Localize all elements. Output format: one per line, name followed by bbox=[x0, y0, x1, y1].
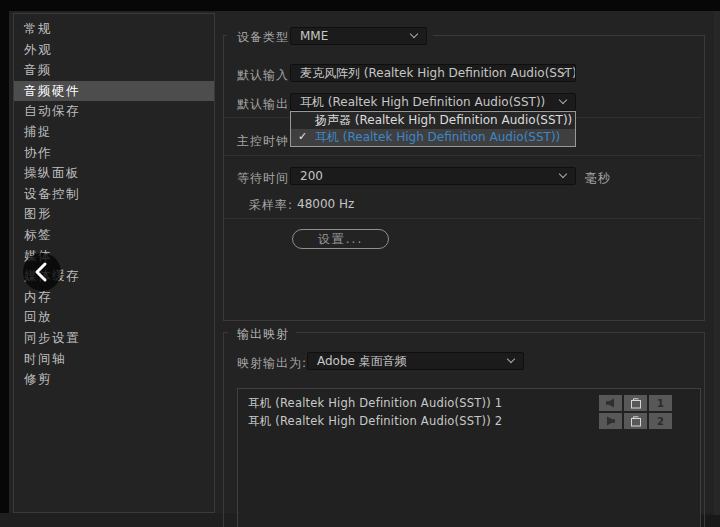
divider bbox=[224, 218, 702, 219]
back-chevron-icon bbox=[31, 260, 53, 284]
checkmark-icon: ✓ bbox=[298, 130, 307, 143]
sidebar-item-7[interactable]: 操纵面板 bbox=[14, 163, 214, 184]
sidebar-item-8[interactable]: 设备控制 bbox=[14, 184, 214, 205]
chevron-down-icon bbox=[560, 68, 567, 75]
latency-value: 200 bbox=[300, 169, 323, 183]
mouse-cursor-overlay bbox=[23, 253, 61, 291]
divider bbox=[224, 155, 702, 156]
chevron-down-icon bbox=[411, 31, 418, 38]
default-input-label: 默认输入: bbox=[237, 67, 294, 84]
menu-option-label: 耳机 (Realtek High Definition Audio(SST)) bbox=[315, 129, 560, 146]
chevron-down-icon bbox=[560, 171, 567, 178]
sidebar-item-14[interactable]: 回放 bbox=[14, 307, 214, 328]
sidebar-item-0[interactable]: 常规 bbox=[14, 19, 214, 40]
sidebar-item-15[interactable]: 同步设置 bbox=[14, 328, 214, 349]
sidebar-item-6[interactable]: 协作 bbox=[14, 143, 214, 164]
output-mapping-title: 输出映射 bbox=[237, 326, 289, 343]
channel-number-tile[interactable]: 2 bbox=[649, 413, 672, 429]
default-input-value: 麦克风阵列 (Realtek High Definition Audio(SST… bbox=[300, 65, 576, 82]
chevron-down-icon bbox=[508, 356, 515, 363]
speaker-icon[interactable] bbox=[599, 395, 622, 411]
menu-option-0[interactable]: 扬声器 (Realtek High Definition Audio(SST)) bbox=[291, 112, 575, 129]
mapping-row-label: 耳机 (Realtek High Definition Audio(SST)) … bbox=[248, 396, 502, 411]
sidebar-item-9[interactable]: 图形 bbox=[14, 204, 214, 225]
window-right-edge bbox=[714, 11, 720, 527]
default-output-dropdown[interactable]: 耳机 (Realtek High Definition Audio(SST)) bbox=[290, 93, 576, 111]
device-type-label: 设备类型: bbox=[237, 29, 294, 46]
default-input-dropdown[interactable]: 麦克风阵列 (Realtek High Definition Audio(SST… bbox=[290, 64, 576, 82]
sidebar-item-4[interactable]: 自动保存 bbox=[14, 101, 214, 122]
speaker-icon[interactable] bbox=[599, 413, 622, 429]
window-left-edge bbox=[0, 0, 9, 513]
map-output-value: Adobe 桌面音频 bbox=[317, 353, 407, 370]
sidebar-item-16[interactable]: 时间轴 bbox=[14, 349, 214, 370]
clipboard-icon[interactable] bbox=[624, 395, 647, 411]
mapping-row-label: 耳机 (Realtek High Definition Audio(SST)) … bbox=[248, 414, 502, 429]
window-top-edge bbox=[0, 0, 720, 11]
preferences-dialog: 常规外观音频音频硬件自动保存捕捉协作操纵面板设备控制图形标签媒体媒体缓存内存回放… bbox=[0, 0, 720, 527]
sample-rate-label: 采样率: bbox=[249, 197, 293, 214]
device-type-value: MME bbox=[300, 29, 328, 43]
sidebar-item-17[interactable]: 修剪 bbox=[14, 369, 214, 390]
menu-option-label: 扬声器 (Realtek High Definition Audio(SST)) bbox=[315, 112, 572, 129]
chevron-down-icon bbox=[560, 97, 567, 104]
sidebar-item-2[interactable]: 音频 bbox=[14, 60, 214, 81]
sidebar-item-3[interactable]: 音频硬件 bbox=[14, 81, 214, 102]
sidebar-list: 常规外观音频音频硬件自动保存捕捉协作操纵面板设备控制图形标签媒体媒体缓存内存回放… bbox=[14, 19, 214, 390]
latency-dropdown[interactable]: 200 bbox=[290, 167, 576, 185]
sidebar-item-1[interactable]: 外观 bbox=[14, 40, 214, 61]
map-output-dropdown[interactable]: Adobe 桌面音频 bbox=[307, 352, 524, 370]
channel-number-tile[interactable]: 1 bbox=[649, 395, 672, 411]
clipboard-icon[interactable] bbox=[624, 413, 647, 429]
latency-unit-label: 毫秒 bbox=[585, 170, 611, 187]
mapping-row-1: 耳机 (Realtek High Definition Audio(SST)) … bbox=[238, 412, 700, 430]
latency-label: 等待时间: bbox=[237, 170, 294, 187]
mapping-list: 耳机 (Realtek High Definition Audio(SST)) … bbox=[237, 388, 701, 527]
output-dropdown-menu: 扬声器 (Realtek High Definition Audio(SST))… bbox=[290, 111, 576, 147]
default-output-label: 默认输出: bbox=[237, 96, 294, 113]
device-type-dropdown[interactable]: MME bbox=[290, 27, 427, 45]
sidebar-item-5[interactable]: 捕捉 bbox=[14, 122, 214, 143]
sidebar-item-10[interactable]: 标签 bbox=[14, 225, 214, 246]
settings-button[interactable]: 设置... bbox=[292, 229, 389, 249]
menu-option-1[interactable]: ✓耳机 (Realtek High Definition Audio(SST)) bbox=[291, 129, 575, 146]
map-output-label: 映射输出为: bbox=[237, 355, 307, 372]
default-output-value: 耳机 (Realtek High Definition Audio(SST)) bbox=[300, 94, 545, 111]
sample-rate-value: 48000 Hz bbox=[297, 197, 354, 211]
master-clock-label: 主控时钟: bbox=[237, 133, 294, 150]
mapping-row-0: 耳机 (Realtek High Definition Audio(SST)) … bbox=[238, 394, 700, 412]
